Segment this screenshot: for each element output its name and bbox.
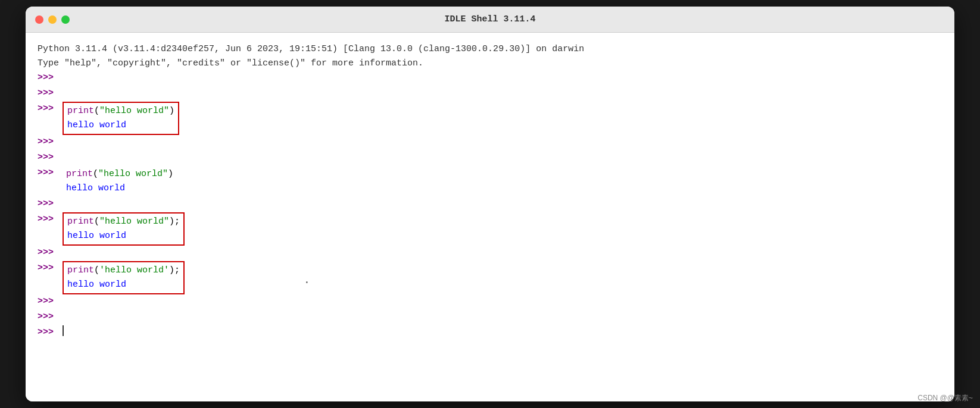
paren-5: (	[94, 216, 99, 227]
paren-3: (	[93, 169, 98, 179]
maximize-button[interactable]	[61, 15, 70, 24]
prompt-1: >>>	[38, 71, 59, 85]
empty-prompt-5: >>>	[38, 197, 942, 212]
cmd-block-3: >>> print("hello world"); hello world	[38, 212, 942, 246]
cmd-4-line: print('hello world');	[67, 263, 180, 278]
prompt-13: >>>	[38, 325, 59, 340]
prompt-4: >>>	[38, 135, 59, 149]
bordered-cmd-3: print("hello world"); hello world	[63, 212, 185, 246]
bordered-cmd-4: print('hello world'); hello world	[63, 261, 185, 294]
text-cursor	[63, 325, 64, 336]
string-4: 'hello world'	[99, 265, 169, 275]
paren-4: )	[168, 169, 173, 179]
prompt-5: >>>	[38, 150, 59, 165]
prompt-9: >>>	[38, 246, 59, 260]
prompt-12: >>>	[38, 310, 59, 324]
traffic-lights	[35, 15, 70, 24]
string-3: "hello world"	[99, 216, 169, 227]
dot-marker: ·	[304, 274, 310, 291]
keyword-2: print	[66, 169, 93, 179]
output-2: hello world	[66, 181, 173, 196]
prompt-7: >>>	[38, 197, 59, 211]
paren-1: (	[94, 106, 99, 116]
info-line-1: Python 3.11.4 (v3.11.4:d2340ef257, Jun 6…	[38, 42, 942, 57]
minimize-button[interactable]	[48, 15, 57, 24]
cmd-2-line: print("hello world")	[66, 167, 173, 181]
cmd-2-content: print("hello world") hello world	[63, 166, 177, 197]
cmd-block-4: >>> print('hello world'); hello world ·	[38, 261, 942, 294]
prompt-2: >>>	[38, 86, 59, 101]
titlebar: IDLE Shell 3.11.4	[26, 7, 954, 33]
output-4: hello world	[67, 278, 180, 292]
prompt-8: >>>	[38, 212, 59, 227]
shell-content[interactable]: Python 3.11.4 (v3.11.4:d2340ef257, Jun 6…	[26, 33, 954, 401]
bordered-cmd-1: print("hello world") hello world	[63, 102, 179, 135]
empty-prompt-3: >>>	[38, 135, 942, 150]
prompt-3: >>>	[38, 102, 59, 116]
output-3: hello world	[67, 229, 180, 243]
paren-7: (	[94, 265, 99, 275]
paren-8: );	[169, 265, 180, 275]
paren-6: );	[169, 216, 180, 227]
empty-prompt-1: >>>	[38, 71, 942, 86]
empty-prompt-4: >>>	[38, 150, 942, 166]
prompt-11: >>>	[38, 294, 59, 309]
prompt-10: >>>	[38, 261, 59, 275]
info-line-2: Type "help", "copyright", "credits" or "…	[38, 57, 942, 71]
string-2: "hello world"	[98, 169, 168, 179]
window-title: IDLE Shell 3.11.4	[444, 14, 535, 24]
active-input-line[interactable]: >>>	[38, 325, 942, 341]
cmd-block-1: >>> print("hello world") hello world	[38, 102, 942, 135]
watermark: CSDN @@素素~	[917, 393, 973, 403]
paren-2: )	[169, 106, 174, 116]
cmd-3-line: print("hello world");	[67, 215, 180, 229]
keyword-1: print	[67, 106, 94, 116]
cmd-1-line: print("hello world")	[67, 104, 174, 118]
prompt-6: >>>	[38, 166, 59, 180]
output-1: hello world	[67, 118, 174, 133]
empty-prompt-6: >>>	[38, 246, 942, 261]
close-button[interactable]	[35, 15, 43, 24]
keyword-4: print	[67, 265, 94, 275]
cmd-block-2: >>> print("hello world") hello world	[38, 166, 942, 197]
keyword-3: print	[67, 216, 94, 227]
empty-prompt-8: >>>	[38, 310, 942, 325]
idle-window: IDLE Shell 3.11.4 Python 3.11.4 (v3.11.4…	[26, 7, 954, 401]
empty-prompt-2: >>>	[38, 86, 942, 102]
empty-prompt-7: >>>	[38, 294, 942, 310]
string-1: "hello world"	[99, 106, 169, 116]
